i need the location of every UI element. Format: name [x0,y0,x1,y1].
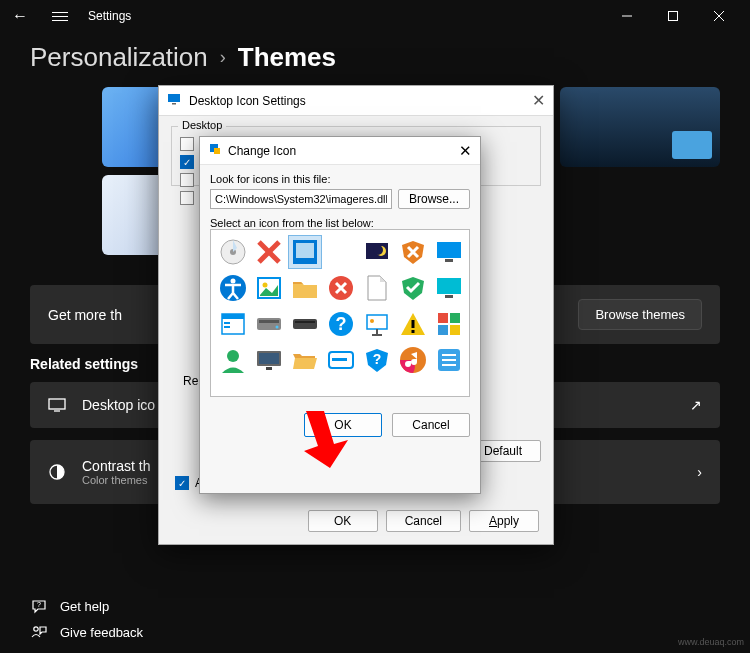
svg-rect-52 [438,325,448,335]
select-icon-label: Select an icon from the list below: [210,217,470,229]
checkbox-icon [180,173,194,187]
checkbox-icon [180,137,194,151]
svg-rect-9 [168,94,180,102]
apply-button[interactable]: Apply [469,510,539,532]
browse-button[interactable]: Browse... [398,189,470,209]
svg-text:?: ? [373,351,382,367]
svg-point-21 [373,245,383,255]
monitor-blue-icon[interactable] [289,236,321,268]
breadcrumb: Personalization › Themes [30,42,720,73]
svg-rect-34 [222,314,244,319]
svg-point-8 [34,627,38,631]
back-button[interactable]: ← [8,4,32,28]
user-icon[interactable] [217,344,249,376]
change-icon-dialog: Change Icon ✕ Look for icons in this fil… [199,136,481,494]
svg-rect-48 [412,320,415,328]
ok-button[interactable]: OK [308,510,378,532]
theme-thumbnail[interactable] [560,87,720,167]
error-icon[interactable] [325,272,357,304]
groupbox-legend: Desktop [178,119,226,131]
svg-rect-18 [296,243,314,258]
shield-orange-icon[interactable] [397,236,429,268]
window-maximize[interactable] [650,0,696,32]
breadcrumb-parent[interactable]: Personalization [30,42,208,73]
svg-rect-63 [442,354,456,356]
close-button[interactable]: ✕ [459,142,472,160]
accessibility-icon[interactable] [217,272,249,304]
window-icon[interactable] [217,308,249,340]
svg-rect-50 [438,313,448,323]
chevron-right-icon: › [697,464,702,480]
svg-text:?: ? [37,601,41,608]
folder-open-icon[interactable] [289,344,321,376]
get-help-link[interactable]: ? Get help [30,597,143,615]
svg-point-54 [227,350,239,362]
feedback-icon [30,623,48,641]
give-feedback-link[interactable]: Give feedback [30,623,143,641]
contrast-subtitle: Color themes [82,474,150,486]
svg-rect-65 [442,364,456,366]
icon-path-input[interactable] [210,189,392,209]
svg-rect-22 [437,242,461,258]
svg-point-25 [231,279,236,284]
document-icon[interactable] [361,272,393,304]
svg-rect-38 [259,320,279,323]
cancel-button[interactable]: Cancel [392,413,470,437]
monitor-icon[interactable] [433,236,465,268]
blocks-icon[interactable] [433,308,465,340]
shield-check-icon[interactable] [397,272,429,304]
run-window-icon[interactable] [325,344,357,376]
monitor-icon[interactable] [433,272,465,304]
contrast-icon [48,463,66,481]
disc-icon[interactable] [217,236,249,268]
svg-rect-44 [367,315,387,329]
svg-rect-49 [412,330,415,333]
svg-point-47 [370,319,374,323]
hamburger-menu[interactable] [48,4,72,28]
music-icon[interactable] [397,344,429,376]
svg-rect-23 [445,259,453,262]
icon-grid: ? ? [210,229,470,397]
x-red-icon[interactable] [253,236,285,268]
window-close[interactable] [696,0,742,32]
desktop-icon [48,396,66,414]
window-titlebar: ← Settings [0,0,750,32]
help-icon[interactable]: ? [325,308,357,340]
watermark: www.deuaq.com [678,637,744,647]
svg-rect-53 [450,325,460,335]
hdd-icon[interactable] [253,308,285,340]
checkbox-checked-icon: ✓ [175,476,189,490]
cancel-button[interactable]: Cancel [386,510,461,532]
list-icon[interactable] [433,344,465,376]
svg-point-39 [276,326,279,329]
get-more-label: Get more th [48,307,122,323]
folder-icon[interactable] [289,272,321,304]
breadcrumb-current: Themes [238,42,336,73]
display-icon[interactable] [253,344,285,376]
dialog-title: Change Icon [228,144,296,158]
warning-icon[interactable] [397,308,429,340]
svg-rect-64 [442,359,456,361]
close-button[interactable]: ✕ [532,91,545,110]
picture-icon[interactable] [253,272,285,304]
ok-button[interactable]: OK [304,413,382,437]
svg-rect-1 [669,12,678,21]
desktop-icons-label: Desktop ico [82,397,155,413]
presentation-icon[interactable] [361,308,393,340]
svg-rect-51 [450,313,460,323]
browse-themes-button[interactable]: Browse themes [578,299,702,330]
window-minimize[interactable] [604,0,650,32]
checkbox-icon [180,191,194,205]
device-icon[interactable] [289,308,321,340]
moon-icon[interactable] [361,236,393,268]
shield-help-icon[interactable]: ? [361,344,393,376]
contrast-title: Contrast th [82,458,150,474]
display-settings-icon [167,92,181,109]
svg-rect-41 [295,321,315,323]
chevron-right-icon: › [220,47,226,68]
svg-rect-40 [293,319,317,329]
svg-rect-10 [172,103,176,105]
svg-rect-31 [437,278,461,294]
look-for-icons-label: Look for icons in this file: [210,173,470,185]
svg-point-27 [263,283,268,288]
